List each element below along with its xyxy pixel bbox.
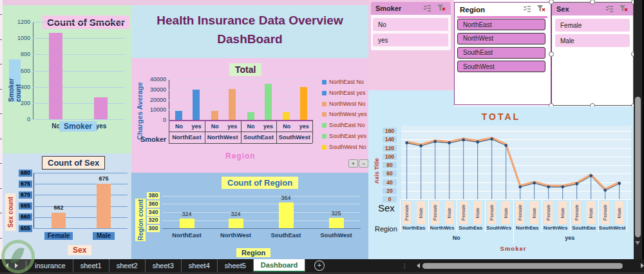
selection-handle[interactable] — [549, 103, 554, 106]
vertical-scrollbar-thumb[interactable] — [635, 97, 641, 237]
slicer-item-female[interactable]: Female — [555, 19, 630, 32]
hscroll-right-arrow-icon[interactable] — [641, 263, 644, 268]
gridline — [33, 119, 125, 120]
legend-label: NorthEast No — [329, 79, 368, 85]
legend-label: NorthEast yes — [329, 90, 368, 96]
sex-point-label: Male — [445, 201, 453, 224]
sex-point-label: Male — [502, 201, 510, 224]
sex-point-label: Female — [544, 201, 553, 224]
slicer-area: Smoker Noyes Region NorthEastNorthWestSo… — [368, 0, 634, 106]
vertical-scrollbar[interactable] — [634, 0, 642, 259]
multi-select-icon[interactable] — [523, 5, 531, 12]
legend-swatch — [322, 102, 327, 106]
dashboard-title-line1: Health Insurance Data Overview — [131, 14, 368, 28]
multi-select-icon[interactable] — [423, 5, 431, 12]
row-tick — [0, 188, 2, 189]
slicer-item-no[interactable]: No — [373, 18, 448, 31]
gridline — [33, 195, 128, 195]
y-tick-label: 0 — [8, 116, 30, 122]
smoker-slicer: Smoker Noyes — [371, 2, 451, 50]
sex-point-label: Female — [431, 201, 439, 224]
sex-chart-x-axis-title: Sex — [68, 245, 91, 255]
slicer-item-southwest[interactable]: SouthWest — [457, 61, 545, 72]
sex-bar — [97, 184, 111, 228]
region-chart-y-axis-title: Region count — [135, 199, 146, 241]
gridline — [33, 54, 125, 55]
chart-zoom-out-button[interactable]: − — [359, 159, 368, 168]
y-tick-label: 675 — [19, 181, 32, 188]
y-tick-label: 30000 — [143, 86, 166, 93]
sheet-tab-insurance[interactable]: insurance — [28, 259, 73, 272]
sex-point-label-text: Female — [489, 204, 495, 220]
worksheet-top-edge — [0, 0, 368, 5]
y-tick-label: 320 — [147, 217, 160, 224]
total-bar — [229, 89, 236, 120]
slicer-item-northwest[interactable]: NorthWest — [457, 33, 545, 44]
group-separator — [312, 120, 313, 143]
smoker-sub-label: yes — [295, 123, 313, 130]
smoker-slicer-title: Smoker — [375, 5, 401, 12]
sheet-tab-sheet1[interactable]: sheet1 — [73, 259, 109, 272]
row-tick — [0, 139, 2, 139]
y-tick-label: 665 — [19, 202, 32, 210]
sex-point-label-text: Female — [404, 204, 410, 220]
scroll-down-arrow-icon[interactable] — [635, 241, 640, 245]
multi-select-icon[interactable] — [605, 5, 614, 12]
selection-handle[interactable] — [631, 103, 634, 106]
region-chart-x-axis-title: Region — [236, 248, 270, 257]
gridline — [33, 173, 128, 173]
axis-row-divider — [169, 143, 312, 144]
selection-handle[interactable] — [549, 52, 554, 57]
sheet-tab-sheet5[interactable]: sheet5 — [218, 259, 254, 272]
x-tick-label: Female — [44, 232, 73, 240]
hscroll-left-arrow-icon[interactable] — [417, 263, 420, 268]
slicer-item-yes[interactable]: yes — [373, 34, 448, 46]
smoker-bar — [49, 33, 62, 119]
sheet-tab-dashboard[interactable]: Dashboard — [254, 259, 305, 272]
selection-handle[interactable] — [631, 52, 634, 57]
sex-slicer-header: Sex — [552, 3, 633, 15]
x-tick-label: NorthWest — [214, 231, 257, 239]
y-tick-label: 655 — [19, 225, 32, 232]
add-sheet-button[interactable]: + — [314, 260, 325, 271]
clear-filter-icon[interactable] — [536, 5, 545, 12]
sex-point-label-text: Female — [574, 204, 580, 220]
sheet-tab-sheet4[interactable]: sheet4 — [182, 259, 218, 272]
region-chart-title: Count of Region — [222, 177, 298, 189]
selection-handle[interactable] — [590, 103, 595, 106]
clear-filter-icon[interactable] — [619, 5, 628, 12]
smoker-sub-label: No — [242, 123, 260, 130]
gridline — [169, 79, 312, 80]
sex-point-label: Female — [601, 201, 609, 224]
sex-chart-y-axis-title: Sex count — [5, 193, 15, 231]
sex-point-label-text: Female — [460, 204, 466, 220]
row-tick — [0, 113, 2, 114]
total-charges-chart: Total Charges Average Smoker Region + − … — [131, 58, 368, 173]
slicer-item-male[interactable]: Male — [555, 34, 630, 47]
y-tick-label: 340 — [147, 209, 160, 216]
sex-point-label-text: Male — [446, 208, 452, 218]
region-group-label: SouthWest — [598, 225, 627, 231]
total-bar — [247, 112, 254, 120]
bar-data-label: 324 — [224, 211, 247, 217]
sheet-tab-sheet3[interactable]: sheet3 — [146, 259, 182, 272]
gridline — [169, 90, 312, 90]
smoker-chart-y-axis-title: Smoker count — [9, 59, 21, 102]
sheet-tab-sheet2[interactable]: sheet2 — [109, 259, 146, 272]
sex-slicer: Sex FemaleMale — [551, 2, 634, 106]
selection-handle[interactable] — [631, 0, 634, 5]
count-of-region-chart: Count of Region Region count Region 3803… — [131, 173, 368, 259]
legend-label: NorthWest yes — [329, 111, 368, 117]
smoker-chart-x-axis-title: Smoker — [59, 121, 97, 132]
horizontal-scrollbar[interactable] — [422, 263, 623, 269]
dashboard-header: Health Insurance Data Overview DashBoard — [131, 5, 368, 58]
label-separator — [428, 199, 429, 233]
scrollbar-splitter-icon[interactable]: ⋮ — [402, 264, 408, 267]
gridline — [33, 228, 128, 229]
slicer-item-southeast[interactable]: SouthEast — [457, 47, 545, 59]
sex-point-label: Male — [558, 201, 567, 224]
slicer-item-northeast[interactable]: NorthEast — [457, 19, 545, 30]
clear-filter-icon[interactable] — [437, 4, 446, 12]
sheet-tab-bar: insurancesheet1sheet2sheet3sheet4sheet5D… — [0, 259, 644, 272]
chart-zoom-in-button[interactable]: + — [348, 159, 358, 168]
